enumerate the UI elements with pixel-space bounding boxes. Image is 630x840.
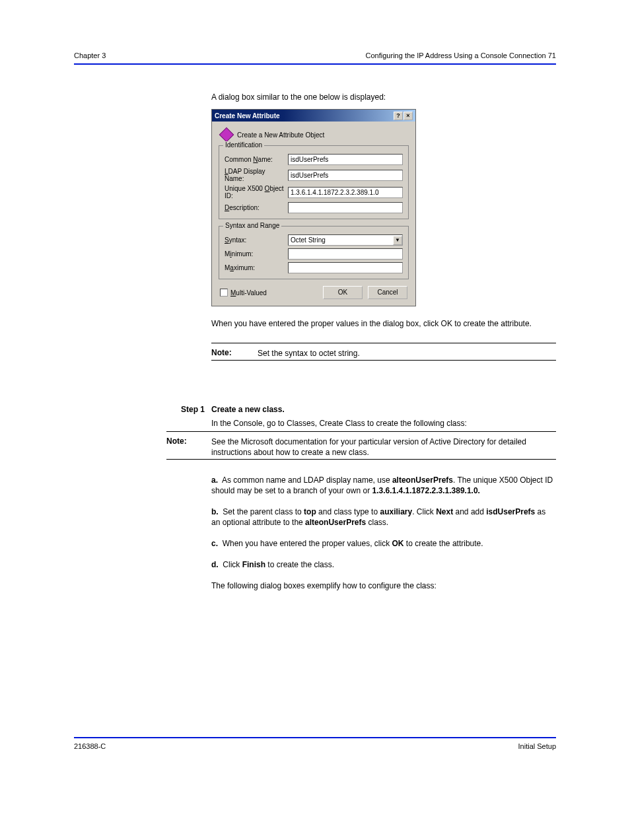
lettered-item-d: d. Click Finish to create the class.: [211, 559, 556, 570]
lettered-item-a: a. As common name and LDAP display name,…: [211, 475, 556, 496]
intro-text: A dialog box similar to the one below is…: [211, 92, 556, 103]
page-footer: 216388-C Initial Setup: [74, 737, 556, 750]
divider: [211, 343, 556, 343]
step-body: In the Console, go to Classes, Create Cl…: [211, 418, 556, 429]
syntax-range-group: Syntax and Range Syntax: Octet String ▼ …: [219, 226, 409, 279]
note-label: Note:: [166, 437, 187, 446]
note-text: Set the syntax to octet string.: [258, 348, 556, 359]
divider: [166, 431, 556, 432]
oid-label: Unique X500 Object ID:: [225, 185, 285, 199]
identification-legend: Identification: [223, 141, 264, 149]
syntax-label: Syntax:: [225, 236, 285, 244]
close-icon[interactable]: ×: [403, 112, 413, 120]
ldap-name-input[interactable]: isdUserPrefs: [288, 170, 403, 181]
dialog-title: Create New Attribute: [215, 112, 280, 120]
divider: [166, 459, 556, 460]
header-title: Configuring the IP Address Using a Conso…: [366, 52, 556, 59]
checkbox-icon[interactable]: [220, 289, 228, 297]
dialog-titlebar: Create New Attribute ? ×: [212, 110, 415, 122]
footer-right: Initial Setup: [518, 742, 556, 750]
help-icon[interactable]: ?: [394, 112, 403, 120]
lettered-item-b: b. Set the parent class to top and class…: [211, 507, 556, 528]
maximum-label: Maximum:: [225, 264, 285, 271]
note-text: See the Microsoft documentation for your…: [211, 437, 556, 458]
common-name-label: Common Name:: [225, 156, 285, 163]
common-name-input[interactable]: isdUserPrefs: [288, 154, 403, 165]
step-number: Step 1: [166, 405, 205, 414]
lettered-item-c: c. When you have entered the proper valu…: [211, 538, 556, 549]
multi-valued-checkbox[interactable]: Multi-Valued: [220, 289, 267, 297]
diamond-icon: [219, 127, 234, 143]
dialog-subheading: Create a New Attribute Object: [237, 131, 324, 139]
syntax-select[interactable]: Octet String ▼: [288, 234, 403, 246]
minimum-input[interactable]: [288, 248, 403, 260]
header-chapter: Chapter 3: [74, 52, 106, 59]
step-heading: Create a new class.: [211, 405, 556, 414]
create-attribute-dialog: Create New Attribute ? × Create a New At…: [211, 109, 416, 306]
note-label: Note:: [211, 348, 232, 357]
minimum-label: Minimum:: [225, 250, 285, 258]
page-header: Chapter 3 Configuring the IP Address Usi…: [74, 52, 556, 65]
ldap-name-label: LDAP Display Name:: [225, 168, 285, 182]
chevron-down-icon[interactable]: ▼: [393, 236, 402, 245]
syntax-range-legend: Syntax and Range: [223, 222, 281, 229]
syntax-value: Octet String: [291, 236, 326, 244]
divider: [211, 360, 556, 361]
after-dialog-text: When you have entered the proper values …: [211, 318, 556, 329]
maximum-input[interactable]: [288, 262, 403, 273]
oid-input[interactable]: 1.3.6.1.4.1.1872.2.3.2.389.1.0: [288, 187, 403, 198]
description-input[interactable]: [288, 202, 403, 213]
description-label: Description:: [225, 204, 285, 211]
closing-text: The following dialog boxes exemplify how…: [211, 580, 556, 591]
footer-left: 216388-C: [74, 742, 106, 750]
multi-valued-label: Multi-Valued: [230, 289, 267, 297]
identification-group: Identification Common Name: isdUserPrefs…: [219, 145, 409, 219]
cancel-button[interactable]: Cancel: [368, 286, 407, 299]
ok-button[interactable]: OK: [323, 286, 363, 299]
